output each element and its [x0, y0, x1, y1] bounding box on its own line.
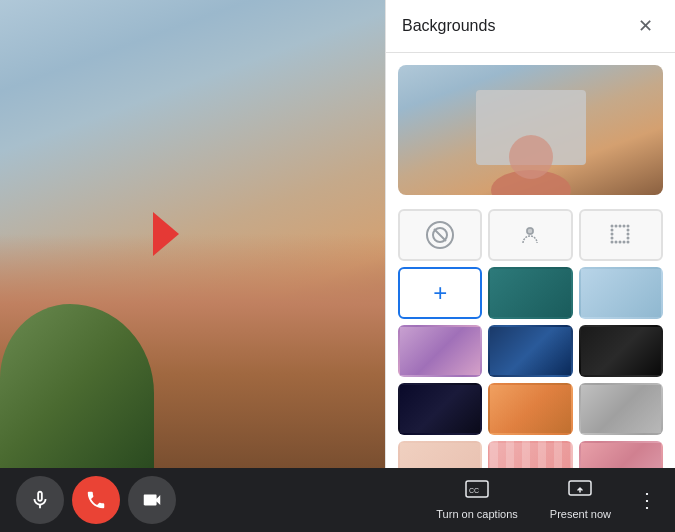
close-button[interactable]: ✕	[631, 12, 659, 40]
svg-point-1	[509, 135, 553, 179]
svg-text:CC: CC	[469, 487, 479, 494]
svg-point-11	[610, 229, 613, 232]
mic-button[interactable]	[16, 476, 64, 524]
mic-icon	[29, 489, 51, 511]
grid-row-5	[398, 441, 663, 468]
thumb-no-effect[interactable]	[398, 209, 482, 261]
svg-point-20	[622, 241, 625, 244]
main-area: Backgrounds ✕	[0, 0, 675, 468]
svg-point-12	[626, 229, 629, 232]
bottom-right-controls: CC Turn on captions Present now ⋮	[384, 472, 675, 528]
thumb-blur-person[interactable]	[488, 209, 572, 261]
svg-point-19	[618, 241, 621, 244]
thumb-teal[interactable]	[488, 267, 572, 319]
thumb-add-image[interactable]: Use image from disk +	[398, 267, 482, 319]
svg-point-10	[626, 225, 629, 228]
panel-header: Backgrounds ✕	[386, 0, 675, 53]
video-area	[0, 0, 385, 468]
grid-row-4	[398, 383, 663, 435]
thumb-fireworks[interactable]	[398, 383, 482, 435]
svg-point-13	[610, 233, 613, 236]
no-effect-icon	[426, 221, 454, 249]
svg-point-16	[626, 237, 629, 240]
end-call-button[interactable]	[72, 476, 120, 524]
thumbnails-area: Use image from disk +	[386, 203, 675, 468]
svg-point-6	[610, 225, 613, 228]
plus-icon: +	[433, 281, 447, 305]
blur-person-icon	[516, 221, 544, 249]
panel-title: Backgrounds	[402, 17, 495, 35]
camera-button[interactable]	[128, 476, 176, 524]
end-call-icon	[85, 489, 107, 511]
thumb-pink-check[interactable]	[488, 441, 572, 468]
present-button[interactable]: Present now	[534, 472, 627, 528]
thumb-orange-flowers[interactable]	[488, 383, 572, 435]
captions-icon: CC	[465, 480, 489, 505]
backgrounds-panel: Backgrounds ✕	[385, 0, 675, 468]
grid-row-1	[398, 209, 663, 261]
thumb-pink-flowers[interactable]	[579, 441, 663, 468]
captions-button[interactable]: CC Turn on captions	[420, 472, 534, 528]
svg-point-14	[626, 233, 629, 236]
captions-label: Turn on captions	[436, 508, 518, 520]
thumb-blue-deep[interactable]	[488, 325, 572, 377]
svg-point-8	[618, 225, 621, 228]
svg-point-17	[610, 241, 613, 244]
svg-point-9	[622, 225, 625, 228]
grid-row-2: Use image from disk +	[398, 267, 663, 319]
svg-point-15	[610, 237, 613, 240]
grid-row-3	[398, 325, 663, 377]
thumb-purple[interactable]	[398, 325, 482, 377]
svg-point-7	[614, 225, 617, 228]
preview-container	[398, 65, 663, 195]
bottom-bar: CC Turn on captions Present now ⋮	[0, 468, 675, 532]
more-icon: ⋮	[637, 488, 657, 512]
thumb-gray-stone[interactable]	[579, 383, 663, 435]
thumb-sky[interactable]	[579, 267, 663, 319]
thumb-pink-light[interactable]	[398, 441, 482, 468]
blur-bg-icon	[607, 221, 635, 249]
camera-icon	[141, 489, 163, 511]
preview-person	[481, 105, 581, 195]
more-options-button[interactable]: ⋮	[627, 480, 667, 520]
present-icon	[568, 480, 592, 505]
svg-line-3	[434, 229, 446, 241]
svg-point-18	[614, 241, 617, 244]
bottom-left-controls	[0, 476, 384, 524]
present-label: Present now	[550, 508, 611, 520]
thumb-blur-bg[interactable]	[579, 209, 663, 261]
thumb-dark[interactable]	[579, 325, 663, 377]
svg-point-21	[626, 241, 629, 244]
